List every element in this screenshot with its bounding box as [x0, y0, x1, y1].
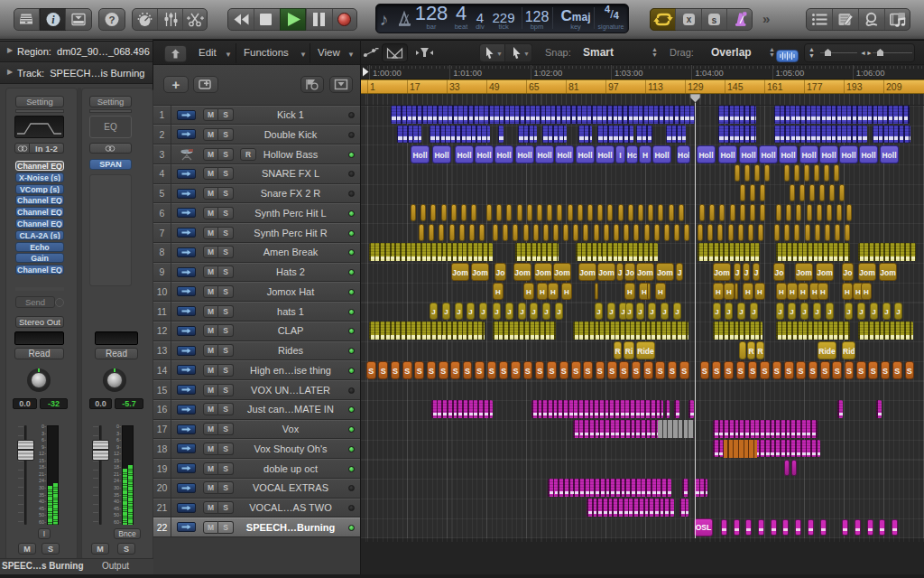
svg-text:x: x — [687, 14, 692, 24]
svg-text:?: ? — [108, 14, 115, 25]
svg-text:s: s — [712, 14, 717, 25]
svg-text:♪: ♪ — [381, 10, 389, 29]
